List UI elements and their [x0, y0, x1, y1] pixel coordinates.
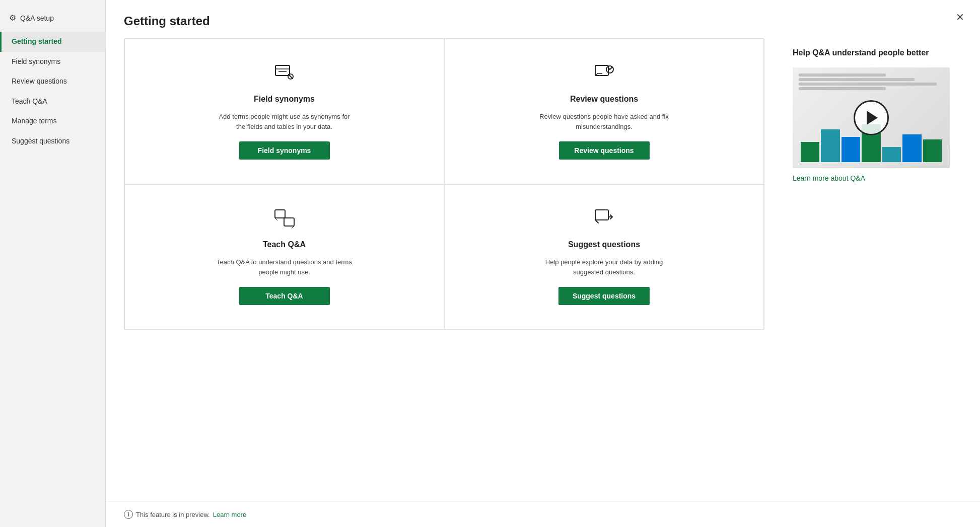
- svg-rect-10: [284, 218, 294, 226]
- review-questions-card: Review questions Review questions people…: [444, 39, 764, 184]
- review-questions-icon: [593, 61, 615, 87]
- mock-bar-1: [801, 142, 819, 162]
- field-synonyms-desc: Add terms people might use as synonyms f…: [214, 112, 355, 131]
- sidebar-item-teach-qa[interactable]: Teach Q&A: [0, 92, 105, 112]
- sidebar-title: Q&A setup: [20, 14, 54, 22]
- mock-bar-7: [923, 139, 942, 162]
- teach-qa-title: Teach Q&A: [263, 240, 306, 249]
- mock-bar-6: [902, 134, 921, 162]
- sidebar-item-field-synonyms[interactable]: Field synonyms: [0, 52, 105, 72]
- close-button[interactable]: ✕: [952, 9, 968, 25]
- help-title: Help Q&A understand people better: [793, 48, 950, 57]
- learn-more-link[interactable]: Learn more about Q&A: [793, 174, 950, 182]
- suggest-questions-button[interactable]: Suggest questions: [558, 287, 650, 305]
- page-title: Getting started: [106, 0, 980, 38]
- sidebar-item-review-questions[interactable]: Review questions: [0, 71, 105, 92]
- suggest-questions-card: Suggest questions Help people explore yo…: [444, 184, 764, 330]
- footer-learn-more-link[interactable]: Learn more: [213, 511, 246, 518]
- sidebar-nav: Getting started Field synonyms Review qu…: [0, 32, 105, 152]
- svg-rect-9: [275, 210, 285, 218]
- mock-line-3: [799, 83, 937, 86]
- suggest-questions-desc: Help people explore your data by adding …: [534, 257, 675, 277]
- mock-bar-3: [842, 137, 860, 162]
- footer-text: This feature is in preview.: [136, 511, 210, 518]
- field-synonyms-button[interactable]: Field synonyms: [239, 141, 330, 160]
- teach-qa-button[interactable]: Teach Q&A: [239, 287, 330, 305]
- teach-qa-desc: Teach Q&A to understand questions and te…: [214, 257, 355, 277]
- field-synonyms-title: Field synonyms: [254, 95, 315, 104]
- svg-rect-11: [595, 210, 608, 220]
- mock-line-1: [799, 73, 886, 77]
- review-questions-button[interactable]: Review questions: [559, 141, 650, 160]
- sidebar-item-getting-started[interactable]: Getting started: [0, 32, 105, 52]
- play-button[interactable]: [854, 100, 889, 135]
- review-questions-desc: Review questions people have asked and f…: [534, 112, 675, 131]
- field-synonyms-icon: [273, 61, 296, 87]
- sidebar-item-suggest-questions[interactable]: Suggest questions: [0, 131, 105, 152]
- svg-line-7: [610, 67, 612, 69]
- sidebar-header: ⚙ Q&A setup: [0, 6, 105, 32]
- sidebar: ⚙ Q&A setup Getting started Field synony…: [0, 0, 106, 527]
- cards-area: Field synonyms Add terms people might us…: [106, 38, 980, 501]
- help-panel: Help Q&A understand people better: [781, 38, 962, 491]
- suggest-questions-icon: [593, 207, 615, 232]
- teach-qa-icon: [273, 207, 296, 232]
- main-content: ✕ Getting started Field synonyms Add ter…: [106, 0, 980, 527]
- mock-bar-2: [821, 129, 839, 162]
- review-questions-title: Review questions: [570, 95, 638, 104]
- footer: i This feature is in preview. Learn more: [106, 501, 980, 527]
- svg-rect-0: [275, 65, 290, 76]
- play-triangle-icon: [867, 111, 878, 125]
- cards-grid: Field synonyms Add terms people might us…: [124, 38, 764, 330]
- mock-bar-5: [882, 147, 901, 162]
- mock-line-2: [799, 78, 915, 81]
- info-icon: i: [124, 510, 133, 519]
- field-synonyms-card: Field synonyms Add terms people might us…: [124, 39, 444, 184]
- sidebar-item-manage-terms[interactable]: Manage terms: [0, 111, 105, 131]
- gear-icon: ⚙: [9, 13, 16, 23]
- video-thumbnail[interactable]: [793, 67, 950, 168]
- teach-qa-card: Teach Q&A Teach Q&A to understand questi…: [124, 184, 444, 330]
- mock-line-4: [799, 87, 886, 90]
- suggest-questions-title: Suggest questions: [568, 240, 640, 249]
